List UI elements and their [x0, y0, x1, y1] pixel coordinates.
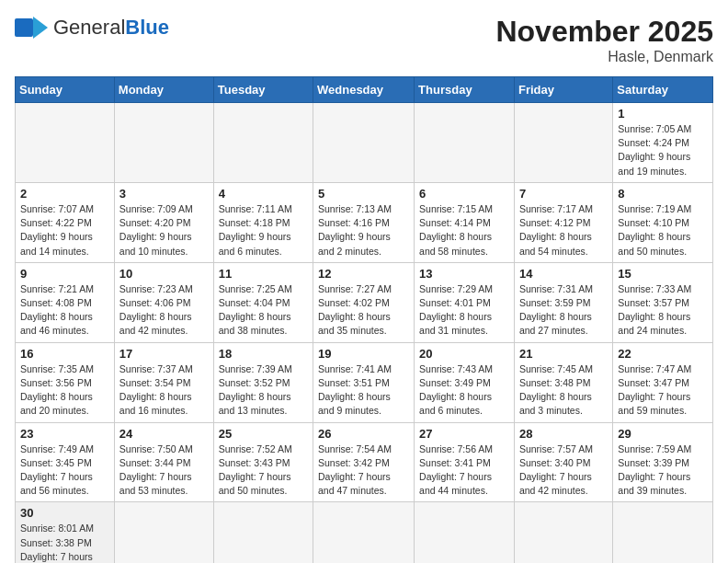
day-info: Sunrise: 7:11 AM Sunset: 4:18 PM Dayligh…: [219, 202, 308, 259]
day-info: Sunrise: 7:29 AM Sunset: 4:01 PM Dayligh…: [419, 282, 509, 339]
week-row-4: 16Sunrise: 7:35 AM Sunset: 3:56 PM Dayli…: [16, 342, 713, 422]
day-number: 29: [618, 427, 708, 441]
day-info: Sunrise: 7:27 AM Sunset: 4:02 PM Dayligh…: [318, 282, 409, 339]
day-info: Sunrise: 7:50 AM Sunset: 3:44 PM Dayligh…: [119, 442, 209, 499]
week-row-5: 23Sunrise: 7:49 AM Sunset: 3:45 PM Dayli…: [16, 422, 713, 502]
day-number: 5: [318, 187, 409, 201]
day-info: Sunrise: 7:35 AM Sunset: 3:56 PM Dayligh…: [20, 362, 109, 419]
day-number: 17: [119, 347, 209, 361]
day-number: 30: [20, 506, 109, 520]
day-cell: 26Sunrise: 7:54 AM Sunset: 3:42 PM Dayli…: [313, 422, 415, 502]
day-info: Sunrise: 7:45 AM Sunset: 3:48 PM Dayligh…: [519, 362, 608, 419]
day-info: Sunrise: 7:43 AM Sunset: 3:49 PM Dayligh…: [419, 362, 509, 419]
day-number: 27: [419, 427, 509, 441]
month-title: November 2025: [495, 15, 713, 49]
day-cell: 13Sunrise: 7:29 AM Sunset: 4:01 PM Dayli…: [415, 262, 515, 342]
day-cell: 19Sunrise: 7:41 AM Sunset: 3:51 PM Dayli…: [313, 342, 415, 422]
day-info: Sunrise: 7:56 AM Sunset: 3:41 PM Dayligh…: [419, 442, 509, 499]
day-info: Sunrise: 7:13 AM Sunset: 4:16 PM Dayligh…: [318, 202, 409, 259]
day-info: Sunrise: 7:21 AM Sunset: 4:08 PM Dayligh…: [20, 282, 109, 339]
day-cell: 18Sunrise: 7:39 AM Sunset: 3:52 PM Dayli…: [213, 342, 313, 422]
day-info: Sunrise: 7:09 AM Sunset: 4:20 PM Dayligh…: [119, 202, 209, 259]
day-number: 7: [519, 187, 608, 201]
week-row-6: 30Sunrise: 8:01 AM Sunset: 3:38 PM Dayli…: [16, 502, 713, 563]
day-number: 26: [318, 427, 409, 441]
svg-marker-1: [33, 17, 48, 39]
logo-text: GeneralBlue: [53, 16, 169, 40]
day-cell: 3Sunrise: 7:09 AM Sunset: 4:20 PM Daylig…: [114, 182, 213, 262]
day-number: 1: [618, 107, 708, 121]
day-info: Sunrise: 7:49 AM Sunset: 3:45 PM Dayligh…: [20, 442, 109, 499]
day-cell: [213, 103, 313, 183]
day-cell: 23Sunrise: 7:49 AM Sunset: 3:45 PM Dayli…: [16, 422, 115, 502]
day-cell: 11Sunrise: 7:25 AM Sunset: 4:04 PM Dayli…: [213, 262, 313, 342]
day-cell: 20Sunrise: 7:43 AM Sunset: 3:49 PM Dayli…: [415, 342, 515, 422]
header: GeneralBlue November 2025 Hasle, Denmark: [15, 15, 713, 65]
day-info: Sunrise: 7:07 AM Sunset: 4:22 PM Dayligh…: [20, 202, 109, 259]
day-cell: 24Sunrise: 7:50 AM Sunset: 3:44 PM Dayli…: [114, 422, 213, 502]
day-number: 14: [519, 267, 608, 281]
day-cell: 21Sunrise: 7:45 AM Sunset: 3:48 PM Dayli…: [514, 342, 612, 422]
day-number: 21: [519, 347, 608, 361]
col-header-friday: Friday: [514, 77, 612, 103]
day-number: 8: [618, 187, 708, 201]
day-cell: 29Sunrise: 7:59 AM Sunset: 3:39 PM Dayli…: [613, 422, 713, 502]
day-cell: 28Sunrise: 7:57 AM Sunset: 3:40 PM Dayli…: [514, 422, 612, 502]
logo-icon: [15, 15, 48, 40]
col-header-tuesday: Tuesday: [213, 77, 313, 103]
day-cell: 4Sunrise: 7:11 AM Sunset: 4:18 PM Daylig…: [213, 182, 313, 262]
day-info: Sunrise: 7:25 AM Sunset: 4:04 PM Dayligh…: [219, 282, 308, 339]
title-area: November 2025 Hasle, Denmark: [495, 15, 713, 65]
day-info: Sunrise: 7:31 AM Sunset: 3:59 PM Dayligh…: [519, 282, 608, 339]
day-cell: [114, 103, 213, 183]
day-cell: 8Sunrise: 7:19 AM Sunset: 4:10 PM Daylig…: [613, 182, 713, 262]
day-info: Sunrise: 7:17 AM Sunset: 4:12 PM Dayligh…: [519, 202, 608, 259]
day-number: 22: [618, 347, 708, 361]
day-number: 4: [219, 187, 308, 201]
day-info: Sunrise: 7:41 AM Sunset: 3:51 PM Dayligh…: [318, 362, 409, 419]
day-number: 18: [219, 347, 308, 361]
day-cell: 2Sunrise: 7:07 AM Sunset: 4:22 PM Daylig…: [16, 182, 115, 262]
calendar: SundayMondayTuesdayWednesdayThursdayFrid…: [15, 76, 713, 563]
week-row-3: 9Sunrise: 7:21 AM Sunset: 4:08 PM Daylig…: [16, 262, 713, 342]
day-number: 9: [20, 267, 109, 281]
col-header-sunday: Sunday: [16, 77, 115, 103]
day-info: Sunrise: 7:47 AM Sunset: 3:47 PM Dayligh…: [618, 362, 708, 419]
day-number: 6: [419, 187, 509, 201]
day-number: 16: [20, 347, 109, 361]
day-number: 24: [119, 427, 209, 441]
day-cell: 25Sunrise: 7:52 AM Sunset: 3:43 PM Dayli…: [213, 422, 313, 502]
day-info: Sunrise: 7:37 AM Sunset: 3:54 PM Dayligh…: [119, 362, 209, 419]
day-number: 23: [20, 427, 109, 441]
day-cell: 6Sunrise: 7:15 AM Sunset: 4:14 PM Daylig…: [415, 182, 515, 262]
day-number: 25: [219, 427, 308, 441]
col-header-wednesday: Wednesday: [313, 77, 415, 103]
day-cell: 16Sunrise: 7:35 AM Sunset: 3:56 PM Dayli…: [16, 342, 115, 422]
day-info: Sunrise: 7:52 AM Sunset: 3:43 PM Dayligh…: [219, 442, 308, 499]
day-cell: [213, 502, 313, 563]
calendar-header-row: SundayMondayTuesdayWednesdayThursdayFrid…: [16, 77, 713, 103]
day-cell: 27Sunrise: 7:56 AM Sunset: 3:41 PM Dayli…: [415, 422, 515, 502]
day-cell: [514, 502, 612, 563]
day-cell: [313, 502, 415, 563]
logo: GeneralBlue: [15, 15, 169, 40]
day-number: 11: [219, 267, 308, 281]
week-row-1: 1Sunrise: 7:05 AM Sunset: 4:24 PM Daylig…: [16, 103, 713, 183]
day-number: 19: [318, 347, 409, 361]
day-number: 3: [119, 187, 209, 201]
day-info: Sunrise: 7:39 AM Sunset: 3:52 PM Dayligh…: [219, 362, 308, 419]
day-number: 20: [419, 347, 509, 361]
week-row-2: 2Sunrise: 7:07 AM Sunset: 4:22 PM Daylig…: [16, 182, 713, 262]
day-info: Sunrise: 7:57 AM Sunset: 3:40 PM Dayligh…: [519, 442, 608, 499]
day-cell: 1Sunrise: 7:05 AM Sunset: 4:24 PM Daylig…: [613, 103, 713, 183]
day-cell: 9Sunrise: 7:21 AM Sunset: 4:08 PM Daylig…: [16, 262, 115, 342]
day-cell: 7Sunrise: 7:17 AM Sunset: 4:12 PM Daylig…: [514, 182, 612, 262]
day-number: 10: [119, 267, 209, 281]
day-cell: 15Sunrise: 7:33 AM Sunset: 3:57 PM Dayli…: [613, 262, 713, 342]
day-number: 2: [20, 187, 109, 201]
day-info: Sunrise: 7:33 AM Sunset: 3:57 PM Dayligh…: [618, 282, 708, 339]
day-info: Sunrise: 7:23 AM Sunset: 4:06 PM Dayligh…: [119, 282, 209, 339]
day-info: Sunrise: 7:05 AM Sunset: 4:24 PM Dayligh…: [618, 122, 708, 178]
day-cell: [16, 103, 115, 183]
day-cell: [313, 103, 415, 183]
